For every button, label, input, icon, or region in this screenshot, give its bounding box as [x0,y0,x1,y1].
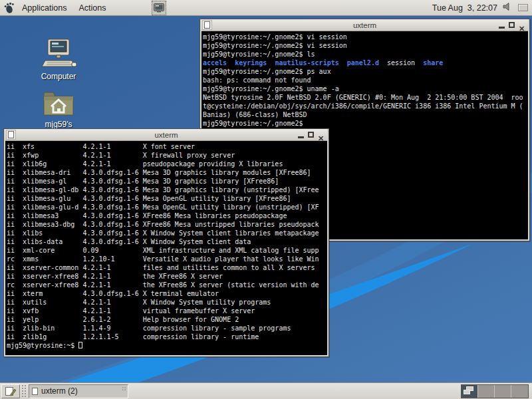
terminal-line: mjg59@tyrosine:~/.gnome2$ uname -a [203,84,528,93]
workspace-4[interactable] [511,385,528,398]
terminal-line: ii xterm 4.3.0.dfsg.1-6 X terminal emula… [7,289,327,298]
terminal-line: rc xserver-xfree8 4.2.1-1 the XFree86 X … [7,281,327,289]
desktop-icon-computer[interactable]: Computer [33,39,84,81]
terminal-line: ii xutils 4.2.1-1 X Window System utilit… [7,298,327,307]
terminal-line: ii xlibmesa-gl-db 4.3.0.dfsg.1-6 Mesa 3D… [7,186,327,194]
top-panel: Applications Actions Tue Aug 3, 22:07 [0,0,532,16]
terminal-line: Banias) (686-class) NetBSD [203,110,528,119]
terminal-output[interactable]: ii xfs 4.2.1-1 X font serverii xfwp 4.2.… [5,141,327,355]
terminal-line: mjg59@tyrosine:~$ [7,341,327,350]
terminal-line: ii xserver-xfree8 4.2.1-1 the XFree86 X … [7,272,327,281]
terminal-line: ii xlib6g 4.2.1-1 pseudopackage providin… [7,160,327,168]
terminal-line: bash: ps: command not found [203,76,528,84]
workspace-2[interactable] [478,385,495,398]
terminal-line: ii xlibmesa3-dbg 4.3.0.dfsg.1-6 XFree86 … [7,220,327,229]
close-button[interactable]: ✕ [519,22,525,29]
terminal-line: ii yelp 2.6.1-2 Help browser for GNOME 2 [7,315,327,324]
taskbar-button-uxterm[interactable]: uxterm (2) [29,384,128,398]
terminal-line: ii xlibs-data 4.3.0.dfsg.1-6 X Window Sy… [7,237,327,246]
window-uxterm-lower: uxterm ✕ ii xfs 4.2.1-1 X font serverii … [3,128,329,357]
terminal-line: ii xvfb 4.2.1-1 virtual framebuffer X se… [7,307,327,315]
terminal-line: ii xfs 4.2.1-1 X font server [7,142,327,151]
terminal-line: ii xlibmesa-glu-d 4.3.0.dfsg.1-6 Mesa Op… [7,203,327,211]
terminal-line: accels keyrings nautilus-scripts panel2.… [203,59,528,67]
terminal-line: NetBSD tyrosine 2.0F NetBSD 2.0F (GENERI… [203,93,528,102]
titlebar[interactable]: uxterm ✕ [201,19,528,31]
terminal-cursor [78,342,82,348]
show-desktop-button[interactable] [1,384,20,398]
terminal-line: ii xlibmesa-gl 4.3.0.dfsg.1-6 Mesa 3D gr… [7,177,327,186]
home-folder-icon [33,90,84,117]
terminal-line: ii xlibmesa3 4.3.0.dfsg.1-6 XFree86 Mesa… [7,211,327,220]
terminal-line: ii xlibmesa-glu 4.3.0.dfsg.1-6 Mesa Open… [7,194,327,203]
computer-icon [33,39,84,69]
workspace-switcher [461,384,529,398]
minimize-button[interactable] [499,22,505,29]
window-title: uxterm [201,21,528,29]
menu-applications[interactable]: Applications [16,0,72,16]
terminal-line: ii xml-core 0.09 XML infrastructure and … [7,246,327,255]
panel-handle[interactable] [21,384,27,398]
task-grip [122,386,126,391]
terminal-line: ii zlib-bin 1.1.4-9 compression library … [7,324,327,332]
close-button[interactable]: ✕ [318,132,325,138]
terminal-line: mjg59@tyrosine:~/.gnome2$ [203,119,528,128]
gnome-foot-menu-icon[interactable] [3,2,15,14]
titlebar[interactable]: uxterm ✕ [5,129,327,141]
terminal-line: t@cysteine:/debian/obj/sys/arch/i386/com… [203,102,528,110]
terminal-line: ii zlib1g 1.2.1.1-5 compression library … [7,332,327,341]
maximize-button[interactable] [308,132,315,138]
terminal-line: ii xlibmesa-dri 4.3.0.dfsg.1-6 Mesa 3D g… [7,168,327,177]
terminal-line: ii xfwp 4.2.1-1 X firewall proxy server [7,151,327,160]
terminal-launcher-icon[interactable] [152,1,166,15]
terminal-line: mjg59@tyrosine:~/.gnome2$ ps aux [203,67,528,76]
terminal-line: ii xlibs 4.3.0.dfsg.1-6 X Window System … [7,229,327,237]
window-title: uxterm [5,131,327,139]
terminal-line: ii xserver-common 4.2.1-1 files and util… [7,263,327,272]
terminal-line: rc xmms 1.2.10-1 Versatile X audio playe… [7,255,327,263]
terminal-line: mjg59@tyrosine:~/.gnome2$ vi session [203,41,528,50]
workspace-1[interactable] [462,385,478,398]
maximize-button[interactable] [509,22,515,29]
mini-window [464,390,470,394]
menu-actions[interactable]: Actions [72,0,112,16]
volume-icon[interactable] [503,2,513,14]
bottom-panel: uxterm (2) [0,382,532,399]
task-button-label: uxterm (2) [41,386,78,396]
terminal-line: mjg59@tyrosine:~/.gnome2$ vi session [203,33,528,41]
terminal-line: mjg59@tyrosine:~/.gnome2$ ls [203,50,528,59]
task-window-icon [32,388,38,395]
minimize-button[interactable] [298,132,305,138]
desktop-icon-label: Computer [33,72,84,81]
notification-applet-icon[interactable] [518,4,528,11]
clock[interactable]: Tue Aug 3, 22:07 [432,3,497,13]
workspace-3[interactable] [495,385,511,398]
